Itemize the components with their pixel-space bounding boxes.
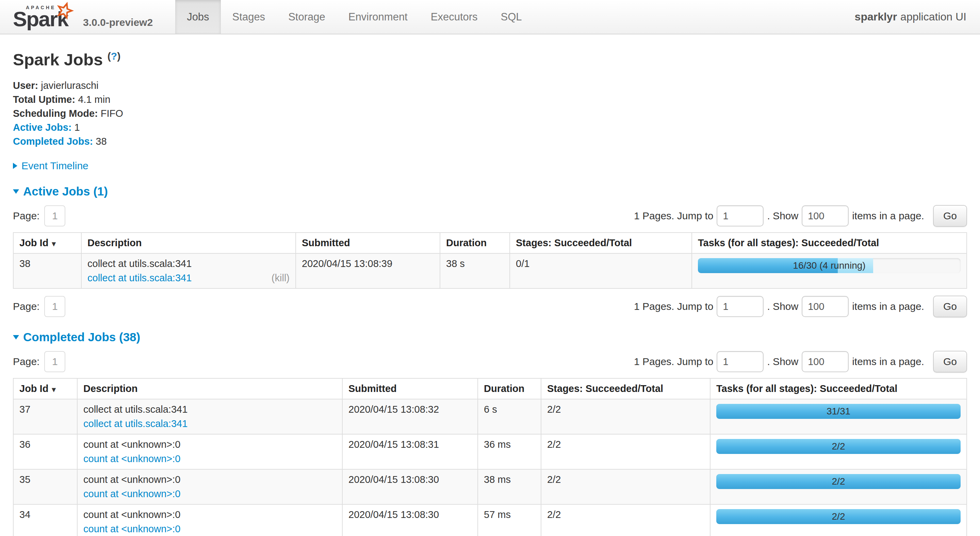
job-tasks-cell: 2/2	[710, 504, 967, 536]
job-id-cell: 35	[13, 469, 77, 504]
event-timeline-label: Event Timeline	[21, 160, 89, 172]
pagination-active-top: Page: 1 1 Pages. Jump to . Show items in…	[13, 205, 967, 227]
column-header-submitted[interactable]: Submitted	[342, 378, 478, 399]
application-name: sparklyr	[855, 11, 897, 23]
job-stages-cell: 0/1	[510, 254, 692, 289]
page-number-button[interactable]: 1	[44, 205, 65, 227]
job-description-cell: collect at utils.scala:341collect at uti…	[77, 399, 342, 434]
job-duration-cell: 57 ms	[478, 504, 541, 536]
page-number-button[interactable]: 1	[44, 296, 65, 317]
column-header-submitted[interactable]: Submitted	[296, 233, 440, 254]
completed-jobs-table: Job Id▾ Description Submitted Duration S…	[13, 378, 967, 536]
column-header-stages[interactable]: Stages: Succeeded/Total	[510, 233, 692, 254]
job-description-links: count at <unknown>:0	[83, 453, 336, 464]
column-header-stages[interactable]: Stages: Succeeded/Total	[541, 378, 710, 399]
table-header-row: Job Id▾ Description Submitted Duration S…	[13, 233, 967, 254]
job-description-cell: count at <unknown>:0count at <unknown>:0	[77, 469, 342, 504]
job-description-links: count at <unknown>:0	[83, 523, 336, 534]
tab-executors[interactable]: Executors	[419, 0, 489, 34]
job-submitted-cell: 2020/04/15 13:08:30	[342, 504, 478, 536]
summary-uptime: Total Uptime: 4.1 min	[13, 93, 967, 107]
page-number-button[interactable]: 1	[44, 351, 65, 372]
job-description-text: count at <unknown>:0	[83, 474, 336, 485]
job-row: 36count at <unknown>:0count at <unknown>…	[13, 434, 967, 469]
job-stages-cell: 2/2	[541, 434, 710, 469]
go-button[interactable]: Go	[933, 205, 967, 227]
jump-to-page-input[interactable]	[717, 205, 764, 227]
show-text: . Show	[767, 356, 798, 367]
pagination-active-bottom: Page: 1 1 Pages. Jump to . Show items in…	[13, 295, 967, 317]
job-detail-link[interactable]: count at <unknown>:0	[83, 453, 180, 464]
collapse-arrow-icon	[13, 189, 19, 194]
pages-count-text: 1 Pages. Jump to	[634, 301, 713, 312]
job-detail-link[interactable]: collect at utils.scala:341	[83, 418, 188, 429]
sort-desc-icon: ▾	[52, 239, 56, 248]
job-id-cell: 37	[13, 399, 77, 434]
job-id-cell: 36	[13, 434, 77, 469]
active-jobs-table: Job Id▾ Description Submitted Duration S…	[13, 232, 967, 289]
progress-label: 31/31	[716, 404, 961, 419]
column-header-description[interactable]: Description	[81, 233, 296, 254]
job-detail-link[interactable]: count at <unknown>:0	[83, 488, 180, 499]
event-timeline-toggle[interactable]: Event Timeline	[13, 160, 967, 172]
job-row: 35count at <unknown>:0count at <unknown>…	[13, 469, 967, 504]
page-label: Page:	[13, 210, 40, 222]
items-per-page-input[interactable]	[802, 205, 849, 227]
tasks-progress-bar: 16/30 (4 running)	[698, 258, 961, 273]
job-duration-cell: 6 s	[478, 399, 541, 434]
job-duration-cell: 38 s	[440, 254, 510, 289]
items-text: items in a page.	[852, 356, 924, 367]
items-text: items in a page.	[852, 301, 924, 312]
kill-job-link[interactable]: (kill)	[272, 273, 290, 284]
application-title-suffix: application UI	[900, 11, 966, 23]
summary-scheduling-mode: Scheduling Mode: FIFO	[13, 107, 967, 121]
job-row: 38collect at utils.scala:341collect at u…	[13, 254, 967, 289]
go-button[interactable]: Go	[933, 351, 967, 373]
job-detail-link[interactable]: count at <unknown>:0	[83, 523, 180, 534]
job-description-links: collect at utils.scala:341(kill)	[88, 273, 290, 284]
column-header-duration[interactable]: Duration	[440, 233, 510, 254]
show-text: . Show	[767, 210, 798, 222]
collapse-arrow-icon	[13, 335, 19, 340]
job-id-cell: 38	[13, 254, 81, 289]
column-header-description[interactable]: Description	[77, 378, 342, 399]
completed-jobs-link[interactable]: Completed Jobs:	[13, 136, 93, 147]
column-header-job-id[interactable]: Job Id▾	[13, 233, 81, 254]
job-stages-cell: 2/2	[541, 504, 710, 536]
tab-sql[interactable]: SQL	[489, 0, 533, 34]
summary-active-jobs: Active Jobs: 1	[13, 121, 967, 134]
tab-storage[interactable]: Storage	[277, 0, 337, 34]
job-summary-list: User: javierluraschi Total Uptime: 4.1 m…	[13, 79, 967, 148]
items-per-page-input[interactable]	[802, 296, 849, 317]
job-description-links: collect at utils.scala:341	[83, 418, 336, 429]
tab-jobs[interactable]: Jobs	[175, 0, 221, 34]
jump-to-page-input[interactable]	[717, 296, 764, 317]
tasks-progress-bar: 2/2	[716, 509, 961, 524]
spark-version: 3.0.0-preview2	[83, 17, 153, 28]
column-header-tasks[interactable]: Tasks (for all stages): Succeeded/Total	[692, 233, 967, 254]
column-header-tasks[interactable]: Tasks (for all stages): Succeeded/Total	[710, 378, 967, 399]
jump-to-page-input[interactable]	[717, 351, 764, 372]
tab-stages[interactable]: Stages	[221, 0, 277, 34]
column-header-duration[interactable]: Duration	[478, 378, 541, 399]
job-duration-cell: 38 ms	[478, 469, 541, 504]
job-tasks-cell: 2/2	[710, 434, 967, 469]
tab-environment[interactable]: Environment	[337, 0, 419, 34]
job-description-text: count at <unknown>:0	[83, 439, 336, 450]
active-jobs-link[interactable]: Active Jobs:	[13, 122, 72, 133]
job-description-text: count at <unknown>:0	[83, 509, 336, 520]
tasks-progress-bar: 31/31	[716, 404, 961, 419]
job-row: 34count at <unknown>:0count at <unknown>…	[13, 504, 967, 536]
page-label: Page:	[13, 301, 40, 312]
completed-jobs-section-title[interactable]: Completed Jobs (38)	[13, 330, 967, 344]
page-title-text: Spark Jobs	[13, 50, 103, 69]
help-link[interactable]: (?)	[108, 50, 121, 62]
items-per-page-input[interactable]	[802, 351, 849, 372]
top-navbar: APACHE Spark 3.0.0-preview2 Jobs Stages …	[0, 0, 980, 34]
go-button[interactable]: Go	[933, 295, 967, 317]
tasks-progress-bar: 2/2	[716, 474, 961, 489]
column-header-job-id[interactable]: Job Id▾	[13, 378, 77, 399]
active-jobs-section-title[interactable]: Active Jobs (1)	[13, 185, 967, 198]
question-mark-icon[interactable]: ?	[111, 50, 117, 62]
job-detail-link[interactable]: collect at utils.scala:341	[88, 273, 192, 284]
